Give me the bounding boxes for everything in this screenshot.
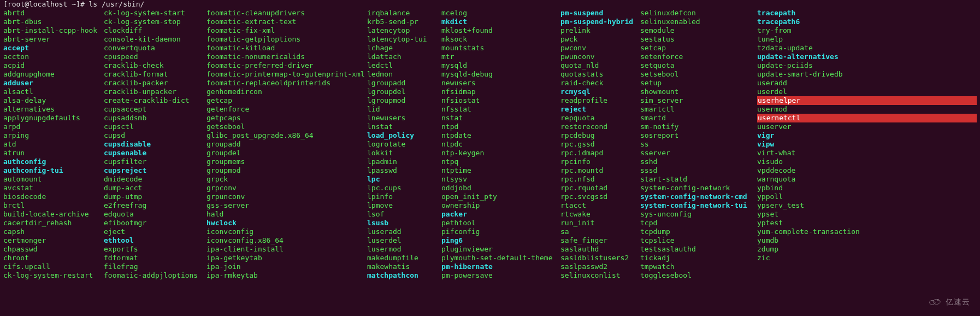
ls-entry: clockdiff [104, 26, 206, 35]
ls-entry: mkdict [441, 17, 560, 26]
ls-entry: ipa-join [206, 262, 367, 271]
ls-column-4: mcelogmkdictmklost+foundmksockmountstats… [441, 9, 560, 280]
ls-entry: alternatives [3, 105, 104, 114]
ls-entry: mountstats [441, 44, 560, 52]
command-text: ls /usr/sbin/ [89, 0, 145, 8]
ls-entry: chroot [3, 254, 104, 262]
ls-entry: convertquota [104, 44, 206, 52]
ls-entry: selinuxconlist [560, 271, 640, 280]
ls-entry: vpddecode [757, 166, 977, 175]
ls-entry: ck-log-system-restart [3, 271, 104, 280]
ls-entry: quota_nld [560, 61, 640, 70]
ls-entry: lnewusers [367, 114, 441, 122]
ls-entry: ledmon [367, 70, 441, 79]
ls-entry: create-cracklib-dict [104, 96, 206, 105]
ls-entry: tunelp [757, 35, 977, 44]
ls-entry: filefrag [104, 262, 206, 271]
ls-entry: cpuspeed [104, 52, 206, 61]
ls-entry: saslpasswd2 [560, 262, 640, 271]
ls-entry: cupsfilter [104, 157, 206, 166]
ls-entry: eject [104, 227, 206, 236]
svg-point-2 [937, 299, 939, 301]
ls-entry: groupmod [206, 166, 367, 175]
svg-point-1 [933, 299, 940, 304]
ls-entry: visudo [757, 157, 977, 166]
ls-entry: smartd [640, 114, 757, 122]
ls-entry: ntptime [441, 166, 560, 175]
ls-entry: certmonger [3, 236, 104, 245]
ls-entry: pwunconv [560, 52, 640, 61]
ls-entry: virt-what [757, 149, 977, 157]
ls-entry: ipa-client-install [206, 245, 367, 254]
ls-entry: lpc [367, 175, 441, 184]
ls-entry: iconvconfig.x86_64 [206, 236, 367, 245]
ls-entry: update-alternatives [757, 52, 977, 61]
ls-entry: tracepath [757, 9, 977, 17]
ls-entry: sm-notify [640, 122, 757, 131]
ls-entry: try-from [757, 26, 977, 35]
ls-entry: automount [3, 175, 104, 184]
ls-entry: getenforce [206, 105, 367, 114]
ls-entry: pethtool [441, 219, 560, 227]
ls-entry: setcap [640, 44, 757, 52]
ls-column-0: abrtdabrt-dbusabrt-install-ccpp-hookabrt… [3, 9, 104, 280]
ls-entry: sestatus [640, 35, 757, 44]
ls-entry: yumdb [757, 236, 977, 245]
ls-entry: lpasswd [367, 166, 441, 175]
ls-entry: foomatic-fix-xml [206, 26, 367, 35]
ls-entry: arpd [3, 122, 104, 131]
ls-entry: restorecond [560, 122, 640, 131]
ls-entry: foomatic-replaceoldprinterids [206, 79, 367, 87]
ls-entry: setsebool [640, 70, 757, 79]
ls-entry: pifconfig [441, 227, 560, 236]
watermark-logo: 亿速云 [928, 297, 970, 306]
ls-entry: load_policy [367, 131, 441, 140]
ls-entry: foomatic-printermap-to-gutenprint-xml [206, 70, 367, 79]
ls-entry: nfsiostat [441, 96, 560, 105]
ls-entry: nstat [441, 114, 560, 122]
ls-entry: biosdecode [3, 192, 104, 201]
ls-entry: getpcaps [206, 114, 367, 122]
ls-entry: abrt-dbus [3, 17, 104, 26]
ls-column-5: pm-suspendpm-suspend-hybridprelinkpwckpw… [560, 9, 640, 280]
ls-entry: tracepath6 [757, 17, 977, 26]
ls-entry: yppoll [757, 192, 977, 201]
ls-entry: sssd [640, 166, 757, 175]
ls-entry: system-config-network-cmd [640, 192, 757, 201]
ls-entry: hwclock [206, 219, 367, 227]
ls-entry: groupadd [206, 140, 367, 149]
ls-entry: ypbind [757, 184, 977, 192]
ls-entry: reject [560, 105, 640, 114]
ls-column-7: tracepathtracepath6try-fromtunelptzdata-… [757, 9, 977, 280]
ls-entry: iconvconfig [206, 227, 367, 236]
ls-entry: atrun [3, 149, 104, 157]
ls-entry: oddjobd [441, 184, 560, 192]
ls-entry: foomatic-extract-text [206, 17, 367, 26]
terminal-window[interactable]: [root@localhost ~]# ls /usr/sbin/ abrtda… [0, 0, 980, 280]
ls-entry: sys-unconfig [640, 210, 757, 219]
watermark-text: 亿速云 [946, 297, 970, 306]
ls-entry: rtcwake [560, 210, 640, 219]
ls-entry: nfsidmap [441, 87, 560, 96]
ls-entry: cupsctl [104, 122, 206, 131]
ls-entry: irqbalance [367, 9, 441, 17]
ls-entry: cupsenable [104, 149, 206, 157]
ls-entry: atd [3, 140, 104, 149]
ls-entry: avcstat [3, 184, 104, 192]
ls-entry: system-config-network [640, 184, 757, 192]
ls-entry: rcmysql [560, 87, 640, 96]
ls-entry: grpconv [206, 184, 367, 192]
ls-entry: pm-suspend-hybrid [560, 17, 640, 26]
ls-entry: update-smart-drivedb [757, 70, 977, 79]
ls-entry: testsaslauthd [640, 245, 757, 254]
ls-entry: safe_finger [560, 236, 640, 245]
ls-entry: tzdata-update [757, 44, 977, 52]
ls-entry: ntpq [441, 157, 560, 166]
ls-entry: ntpdate [441, 131, 560, 140]
ls-entry: sim_server [640, 96, 757, 105]
ls-entry: lpinfo [367, 192, 441, 201]
ls-entry: lpmove [367, 201, 441, 210]
ls-entry: alsactl [3, 87, 104, 96]
ls-entry: rpc.rquotad [560, 184, 640, 192]
ls-entry: abrt-server [3, 35, 104, 44]
